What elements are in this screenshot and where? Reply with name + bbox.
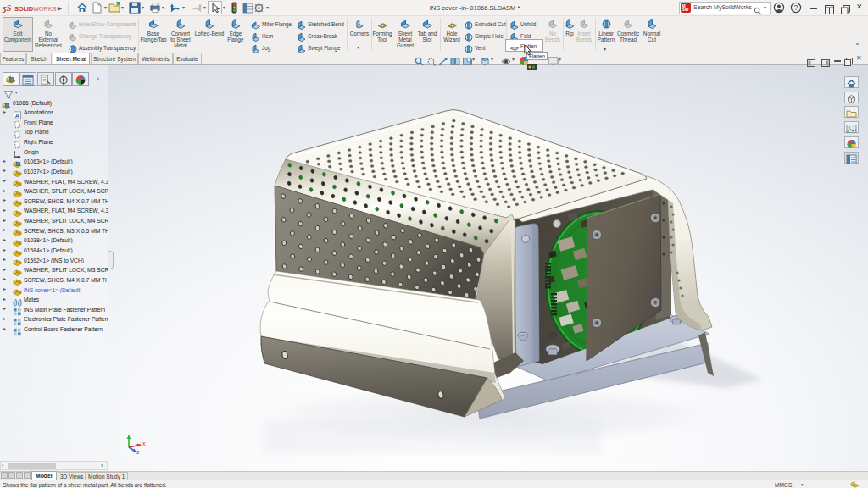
svg-text:x: x [142, 441, 146, 446]
svg-text:z: z [136, 449, 140, 454]
svg-text:?: ? [793, 3, 798, 12]
